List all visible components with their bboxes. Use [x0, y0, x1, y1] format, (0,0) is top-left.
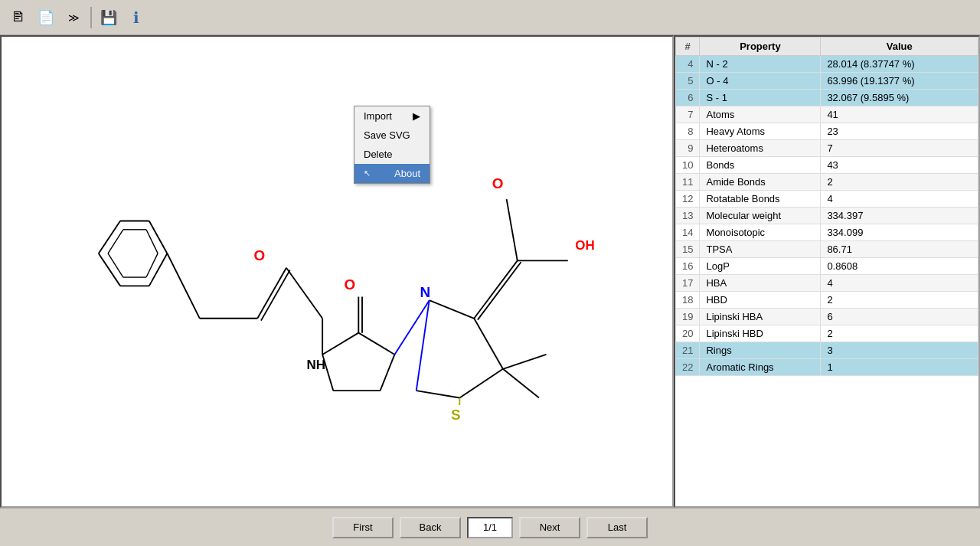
property-value: 23 [821, 123, 978, 140]
property-name: HBD [700, 292, 821, 309]
nitrogen-label: N [420, 284, 430, 300]
property-value: 2 [821, 325, 978, 342]
property-value: 43 [821, 157, 978, 174]
new-icon[interactable]: 🖹 [6, 5, 31, 30]
page-indicator: 1/1 [467, 517, 513, 538]
import-label: Import [364, 110, 392, 122]
first-button[interactable]: First [332, 517, 394, 538]
row-num: 9 [676, 140, 700, 157]
svg-line-27 [474, 319, 503, 369]
context-menu-save-svg[interactable]: Save SVG [354, 126, 430, 145]
property-name: TPSA [700, 241, 821, 258]
svg-line-14 [257, 268, 286, 319]
about-label: About [394, 168, 420, 179]
save-icon[interactable]: 💾 [96, 5, 121, 30]
molecule-drawing: O NH O N [2, 37, 672, 506]
context-menu-delete[interactable]: Delete [354, 145, 430, 164]
table-wrapper[interactable]: # Property Value 4N - 228.014 (8.37747 %… [675, 37, 978, 506]
row-num: 18 [676, 292, 700, 309]
table-row: 9Heteroatoms7 [676, 140, 978, 157]
svg-line-35 [478, 262, 521, 319]
svg-line-3 [149, 253, 168, 286]
table-row: 14Monoisotopic334.099 [676, 224, 978, 241]
more-icon[interactable]: ≫ [61, 5, 86, 30]
table-row: 4N - 228.014 (8.37747 %) [676, 56, 978, 73]
property-value: 1 [821, 359, 978, 376]
oxygen-label-1: O [254, 247, 266, 263]
properties-table: # Property Value 4N - 228.014 (8.37747 %… [675, 37, 978, 376]
row-num: 16 [676, 258, 700, 275]
svg-line-31 [503, 355, 547, 369]
svg-line-34 [474, 260, 518, 318]
table-row: 11Amide Bonds2 [676, 174, 978, 191]
property-name: Amide Bonds [700, 174, 821, 191]
import-arrow: ▶ [413, 110, 420, 122]
svg-line-6 [108, 230, 123, 253]
svg-line-28 [459, 369, 503, 398]
table-row: 12Rotatable Bonds4 [676, 191, 978, 208]
property-name: Lipinski HBA [700, 309, 821, 325]
property-name: S - 1 [700, 90, 821, 106]
next-button[interactable]: Next [519, 517, 580, 538]
property-name: LogP [700, 258, 821, 275]
property-value: 2 [821, 292, 978, 309]
svg-line-2 [149, 221, 168, 253]
oh-label: OH [575, 238, 594, 253]
svg-line-25 [394, 300, 429, 355]
row-num: 8 [676, 123, 700, 140]
property-name: HBA [700, 275, 821, 292]
nh-label: NH [306, 358, 325, 372]
row-num: 19 [676, 309, 700, 325]
row-num: 21 [676, 342, 700, 359]
svg-line-37 [507, 199, 518, 260]
back-button[interactable]: Back [400, 517, 461, 538]
save-svg-label: Save SVG [364, 129, 410, 141]
property-name: Molecular weight [700, 208, 821, 224]
table-row: 21Rings3 [676, 342, 978, 359]
bottom-nav: First Back 1/1 Next Last [0, 508, 980, 546]
molecule-panel[interactable]: Import ▶ Save SVG Delete ↖ About [0, 35, 674, 508]
toolbar-separator [90, 7, 92, 28]
info-icon[interactable]: ℹ [124, 5, 149, 30]
context-menu: Import ▶ Save SVG Delete ↖ About [354, 106, 430, 184]
sulfur-label: S [451, 407, 461, 423]
property-name: N - 2 [700, 56, 821, 73]
table-row: 10Bonds43 [676, 157, 978, 174]
svg-line-12 [167, 253, 199, 319]
row-num: 13 [676, 208, 700, 224]
svg-line-11 [108, 253, 123, 277]
svg-line-32 [503, 369, 539, 398]
svg-line-22 [322, 355, 333, 391]
svg-line-15 [261, 270, 290, 321]
table-row: 17HBA4 [676, 275, 978, 292]
context-menu-import[interactable]: Import ▶ [354, 106, 430, 126]
property-value: 63.996 (19.1377 %) [821, 73, 978, 90]
row-num: 12 [676, 191, 700, 208]
table-row: 20Lipinski HBD2 [676, 325, 978, 342]
property-name: Rings [700, 342, 821, 359]
delete-label: Delete [364, 149, 393, 160]
property-name: Monoisotopic [700, 224, 821, 241]
property-name: Atoms [700, 106, 821, 123]
svg-line-19 [358, 333, 394, 355]
toolbar: 🖹 📄 ≫ 💾 ℹ [0, 0, 980, 35]
row-num: 20 [676, 325, 700, 342]
table-row: 6S - 132.067 (9.5895 %) [676, 90, 978, 106]
table-row: 15TPSA86.71 [676, 241, 978, 258]
row-num: 4 [676, 56, 700, 73]
table-row: 7Atoms41 [676, 106, 978, 123]
open-icon[interactable]: 📄 [34, 5, 58, 30]
col-header-num: # [676, 38, 700, 56]
svg-line-5 [99, 253, 120, 286]
property-name: Rotatable Bonds [700, 191, 821, 208]
last-button[interactable]: Last [586, 517, 648, 538]
row-num: 15 [676, 241, 700, 258]
svg-line-0 [99, 221, 120, 253]
svg-line-20 [381, 355, 395, 391]
svg-line-16 [286, 268, 322, 319]
context-menu-about[interactable]: ↖ About [354, 164, 430, 183]
property-value: 6 [821, 309, 978, 325]
properties-panel: # Property Value 4N - 228.014 (8.37747 %… [674, 35, 980, 508]
oxygen-label-3: O [492, 175, 504, 191]
table-row: 19Lipinski HBA6 [676, 309, 978, 325]
